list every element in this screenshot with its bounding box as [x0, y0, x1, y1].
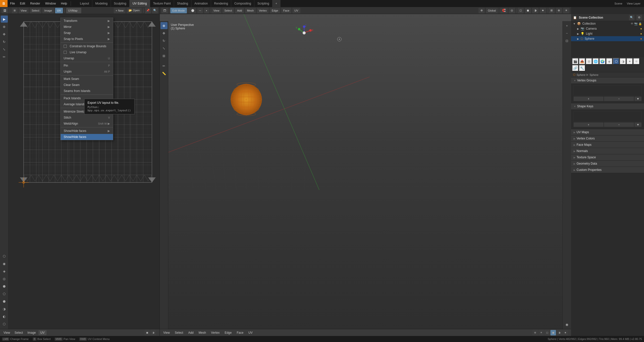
prop-section-texture-space-header[interactable]: ▶ Texture Space [571, 154, 644, 160]
dd-stitch[interactable]: Stitch V [61, 115, 113, 121]
uv-shading-material[interactable]: ◑ [150, 330, 156, 335]
uv-tool-extra9[interactable]: ◐ [1, 313, 8, 320]
vp-show-overlay[interactable]: ⊕ [556, 8, 562, 13]
prop-section-normals-header[interactable]: ▶ Normals [571, 148, 644, 154]
prop-section-geometry-data-header[interactable]: ▶ Geometry Data [571, 161, 644, 167]
uv-tool-extra10[interactable]: ⬡ [1, 320, 8, 327]
workspace-animation[interactable]: Animation [191, 0, 211, 7]
outliner-item-light[interactable]: ▶ 💡 Light ● [571, 31, 644, 36]
menu-edit[interactable]: Edit [17, 0, 28, 7]
dd-mirror[interactable]: Mirror ▶ [61, 24, 113, 30]
outliner-item-camera[interactable]: ▶ 📷 Camera ● [571, 26, 644, 31]
outliner-item-collection[interactable]: ▼ 📦 Collection 👁 📷 🔒 [571, 21, 644, 26]
uv-tool-extra6[interactable]: ⬠ [1, 290, 8, 297]
dd-export-uv-layout[interactable]: Show/Hide faces [61, 134, 113, 140]
dd-snap-to-pixels[interactable]: Snap to Pixels ▶ [61, 36, 113, 42]
dd-live-unwrap[interactable]: Live Unwrap [61, 49, 113, 55]
uv-shading-solid[interactable]: ◼ [144, 330, 150, 335]
search-icon-btn[interactable]: 🔍 [152, 8, 158, 14]
open-image-btn[interactable]: 📂 Open [127, 8, 142, 13]
uv-select-btn[interactable]: Select [30, 8, 42, 13]
prop-tab-particles[interactable]: ✦ [626, 58, 633, 65]
prop-tab-mesh[interactable]: ⬡ [613, 58, 619, 65]
prop-section-custom-properties-header[interactable]: ▶ Custom Properties [571, 167, 644, 173]
workspace-add[interactable]: + [272, 0, 280, 7]
workspace-uv-editing[interactable]: UV Editing [130, 0, 150, 7]
vp-shading-solid[interactable]: ◼ [525, 8, 531, 13]
vp-select-menu[interactable]: Select [222, 8, 234, 13]
vp-bottom-uv[interactable]: UV [247, 330, 255, 335]
vp-face-menu[interactable]: Face [281, 8, 291, 13]
vp-bottom-vertex[interactable]: Vertex [209, 330, 222, 335]
workspace-layout[interactable]: Layout [77, 0, 92, 7]
vp-shading-mat-icon[interactable]: ◑ [556, 330, 562, 335]
menu-render[interactable]: Render [28, 0, 43, 7]
prop-section-vertex-groups-header[interactable]: ▼ Vertex Groups [571, 77, 644, 83]
vp-zoom-out[interactable]: − [564, 30, 571, 37]
vp-bottom-edge[interactable]: Edge [223, 330, 234, 335]
vp-shading-wire[interactable]: ◻ [517, 8, 524, 13]
prop-tab-object[interactable]: ◈ [606, 58, 613, 65]
uv-scale-tool[interactable]: ⤡ [1, 46, 8, 53]
uv-annotate-tool[interactable]: ✏ [1, 53, 8, 60]
uv-menu-image[interactable]: Image [25, 330, 38, 335]
constrain-checkbox[interactable] [64, 45, 67, 48]
vp-edge-menu[interactable]: Edge [270, 8, 280, 13]
vp-shading-material[interactable]: ◑ [532, 8, 539, 13]
vp-uv-menu[interactable]: UV [292, 8, 300, 13]
vg-remove-btn[interactable]: − [604, 96, 634, 101]
vp-add-menu[interactable]: Add [235, 8, 244, 13]
vp-show-gizmo[interactable]: ⊞ [548, 8, 555, 13]
vp-transform-pivot[interactable]: ⊕ [478, 8, 485, 13]
prop-section-vertex-colors-header[interactable]: ▶ Vertex Colors [571, 135, 644, 141]
workspace-compositing[interactable]: Compositing [231, 0, 254, 7]
vp-xray[interactable]: ☀ [563, 8, 570, 13]
outliner-filter-btn[interactable]: 🔍 [629, 15, 634, 20]
uv-rotate-tool[interactable]: ↻ [1, 38, 8, 45]
vp-xray-icon[interactable]: ☀ [538, 330, 544, 335]
workspace-shading[interactable]: Shading [174, 0, 191, 7]
dd-transform[interactable]: Transform ▶ [61, 18, 113, 24]
prop-section-face-maps-header[interactable]: ▶ Face Maps [571, 142, 644, 148]
uv-menu-uv[interactable]: UV [38, 330, 47, 335]
prop-tab-world[interactable]: 🌍 [599, 58, 606, 65]
dd-snap[interactable]: Snap ▶ [61, 30, 113, 36]
outliner-options-btn[interactable]: ⚙ [636, 15, 642, 20]
vp-tool-cursor[interactable]: ⊕ [160, 22, 168, 29]
vp-face-select[interactable]: ▪ [204, 8, 209, 13]
menu-file[interactable]: File [8, 0, 17, 7]
vp-mesh-menu[interactable]: Mesh [245, 8, 256, 13]
dd-unwrap[interactable]: Unwrap U [61, 55, 113, 61]
vp-tool-move[interactable]: ✥ [160, 30, 168, 37]
vp-pivot-select[interactable]: Global [486, 8, 498, 13]
prop-tab-constraints[interactable]: 🔗 [572, 65, 579, 71]
new-image-btn[interactable]: + New [114, 8, 126, 13]
uv-tool-extra5[interactable]: ⬢ [1, 283, 8, 290]
vp-shading-wire-icon[interactable]: ◻ [544, 330, 550, 335]
sk-add-btn[interactable]: + [574, 122, 603, 127]
prop-tab-scene[interactable]: 🌐 [592, 58, 599, 65]
dd-unpin[interactable]: Unpin Alt P [61, 69, 113, 75]
viewport-canvas[interactable]: ⊕ ✥ ↻ ⤡ ⊞ ✏ 📏 + − ⊡ ◉ User Perspective (… [160, 14, 571, 336]
uv-menu-view[interactable]: View [2, 330, 12, 335]
prop-section-uv-maps-header[interactable]: ▶ UV Maps [571, 129, 644, 135]
dd-seams-from-islands[interactable]: Seams from Islands [61, 88, 113, 94]
vp-snap-btn[interactable]: 🧲 [500, 8, 508, 13]
sk-options-btn[interactable]: ▼ [634, 122, 641, 127]
vp-shading-rend-icon[interactable]: ★ [562, 330, 568, 335]
vp-edge-select[interactable]: ─ [197, 8, 203, 13]
vg-options-btn[interactable]: ▼ [634, 96, 641, 101]
vp-view-selected[interactable]: ⊡ [564, 37, 571, 44]
vp-editor-type[interactable]: 🗖 [161, 8, 168, 13]
vp-tool-scale[interactable]: ⤡ [160, 45, 168, 52]
uv-image-btn[interactable]: Image [42, 8, 54, 13]
vp-tool-measure[interactable]: 📏 [160, 70, 168, 77]
outliner-item-sphere[interactable]: ▶ ⬡ Sphere ● [571, 36, 644, 41]
uv-grab-tool[interactable]: ✥ [1, 31, 8, 38]
uv-mode-btn2[interactable]: View [19, 8, 29, 13]
dd-weld-align[interactable]: Weld/Align Shift W ▶ [61, 121, 113, 127]
prop-tab-material[interactable]: ◑ [620, 58, 626, 65]
menu-help[interactable]: Help [58, 0, 70, 7]
prop-section-shape-keys-header[interactable]: ▼ Shape Keys [571, 103, 644, 109]
uv-cursor-tool[interactable]: ⊕ [1, 23, 8, 30]
